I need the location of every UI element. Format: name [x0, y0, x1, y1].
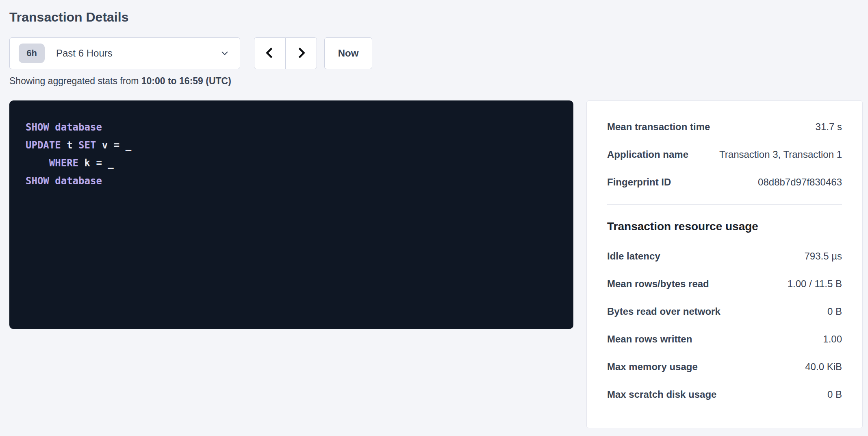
- stat-value: Transaction 3, Transaction 1: [719, 149, 842, 160]
- aggregation-range-text: Showing aggregated stats from 10:00 to 1…: [9, 75, 863, 87]
- stat-label: Application name: [607, 149, 697, 160]
- stat-row: Mean rows/bytes read1.00 / 11.5 B: [607, 278, 842, 290]
- stat-label: Bytes read over network: [607, 306, 729, 317]
- sql-keyword: UPDATE: [26, 140, 61, 151]
- aggregation-range-value: 10:00 to 16:59 (UTC): [141, 76, 231, 86]
- resource-stats-section: Idle latency793.5 µsMean rows/bytes read…: [607, 251, 842, 400]
- stat-value: 0 B: [827, 306, 842, 317]
- sql-text: v = _: [96, 140, 131, 151]
- stat-label: Max scratch disk usage: [607, 389, 725, 400]
- transaction-details-page: Transaction Details 6h Past 6 Hours: [0, 0, 868, 428]
- chevron-down-icon: [220, 49, 229, 58]
- stat-label: Mean rows written: [607, 334, 700, 345]
- sql-text: [26, 157, 49, 169]
- previous-time-window-button[interactable]: [254, 37, 286, 69]
- sql-code: SHOW databaseUPDATE t SET v = _ WHERE k …: [9, 100, 573, 329]
- sql-keyword: SHOW: [26, 175, 49, 187]
- sql-line: SHOW database: [26, 172, 557, 190]
- next-time-window-button[interactable]: [285, 37, 317, 69]
- time-window-pager: [254, 37, 317, 69]
- chevron-right-icon: [295, 46, 308, 61]
- stat-value: 0 B: [827, 389, 842, 400]
- resource-usage-heading: Transaction resource usage: [607, 220, 842, 233]
- stat-label: Idle latency: [607, 251, 668, 262]
- chevron-left-icon: [263, 46, 276, 61]
- sql-text: [49, 122, 55, 133]
- sql-line: UPDATE t SET v = _: [26, 136, 557, 154]
- stat-label: Mean transaction time: [607, 121, 718, 133]
- sql-keyword: SHOW: [26, 122, 49, 133]
- stat-row: Idle latency793.5 µs: [607, 251, 842, 262]
- sql-line: WHERE k = _: [26, 154, 557, 172]
- sql-text: [49, 175, 55, 187]
- time-range-badge: 6h: [19, 44, 45, 63]
- stat-row: Application nameTransaction 3, Transacti…: [607, 149, 842, 160]
- stat-label: Mean rows/bytes read: [607, 278, 717, 290]
- time-range-label: Past 6 Hours: [56, 48, 113, 59]
- sql-keyword: database: [55, 175, 102, 187]
- sql-text: k = _: [78, 157, 114, 169]
- stat-value: 1.00 / 11.5 B: [788, 278, 842, 290]
- card-divider: [607, 204, 842, 205]
- page-title: Transaction Details: [9, 8, 863, 26]
- now-button[interactable]: Now: [324, 37, 372, 69]
- stat-label: Max memory usage: [607, 361, 706, 373]
- sql-keyword: SET: [78, 140, 96, 151]
- stat-value: 40.0 KiB: [805, 361, 842, 373]
- sql-keyword: WHERE: [49, 157, 78, 169]
- aggregation-range-prefix: Showing aggregated stats from: [9, 76, 141, 86]
- time-controls: 6h Past 6 Hours: [9, 37, 863, 69]
- stat-row: Bytes read over network0 B: [607, 306, 842, 317]
- stat-value: 31.7 s: [816, 121, 842, 133]
- transaction-summary-card: Mean transaction time31.7 sApplication n…: [586, 100, 863, 428]
- sql-line: SHOW database: [26, 118, 557, 136]
- stat-value: 793.5 µs: [804, 251, 842, 262]
- stat-row: Mean transaction time31.7 s: [607, 121, 842, 133]
- top-stats-section: Mean transaction time31.7 sApplication n…: [607, 121, 842, 188]
- sql-text: t: [61, 140, 78, 151]
- stat-value: 08d8b7d97f830463: [758, 177, 842, 188]
- stat-row: Fingerprint ID08d8b7d97f830463: [607, 177, 842, 188]
- stat-value: 1.00: [823, 334, 842, 345]
- details-content: SHOW databaseUPDATE t SET v = _ WHERE k …: [9, 100, 863, 428]
- stat-row: Max scratch disk usage0 B: [607, 389, 842, 400]
- stat-label: Fingerprint ID: [607, 177, 679, 188]
- sql-keyword: database: [55, 122, 102, 133]
- time-range-dropdown[interactable]: 6h Past 6 Hours: [9, 37, 240, 69]
- stat-row: Max memory usage40.0 KiB: [607, 361, 842, 373]
- stat-row: Mean rows written1.00: [607, 334, 842, 345]
